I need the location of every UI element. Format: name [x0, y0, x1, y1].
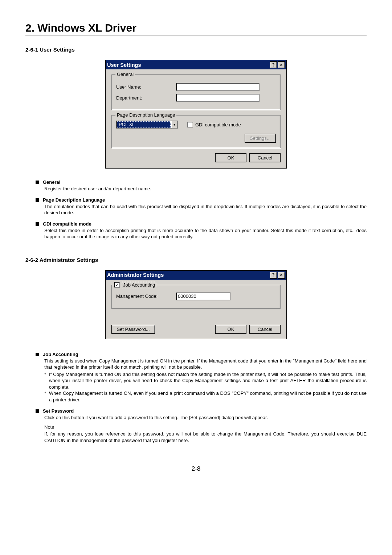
desc-title-pdl: Page Description Language — [43, 197, 105, 203]
desc-title-general: General — [43, 179, 60, 185]
section-heading-user-settings: 2-6-1 User Settings — [25, 46, 367, 53]
group-general: General User Name: Department: — [111, 74, 281, 110]
chevron-down-icon[interactable] — [171, 121, 177, 128]
user-settings-dialog: User Settings ? × General User Name: Dep… — [105, 60, 287, 169]
desc-title-set-password: Set Password — [43, 408, 74, 414]
user-settings-titlebar: User Settings ? × — [106, 60, 286, 69]
bullet-icon — [36, 222, 39, 226]
asterisk-icon: * — [44, 371, 46, 390]
label-department: Department: — [116, 95, 176, 101]
note-label: Note — [44, 424, 367, 430]
chapter-title: 2. Windows XL Driver — [25, 22, 367, 36]
user-name-input[interactable] — [176, 83, 260, 91]
group-pdl: Page Description Language PCL XL GDI com… — [111, 115, 281, 148]
desc-title-gdi: GDI compatible mode — [43, 221, 91, 227]
desc-title-job-accounting: Job Accounting — [43, 352, 78, 357]
settings-button[interactable]: Settings... — [245, 134, 276, 143]
label-user-name: User Name: — [116, 84, 176, 90]
cancel-button[interactable]: Cancel — [249, 153, 281, 162]
job-accounting-checkbox[interactable]: ✓ — [114, 282, 120, 288]
asterisk-item-1: If Copy Management is turned ON and this… — [49, 371, 367, 390]
bullet-icon — [36, 181, 39, 184]
cancel-button[interactable]: Cancel — [249, 325, 281, 334]
department-input[interactable] — [176, 94, 260, 102]
bullet-icon — [36, 198, 39, 202]
section-heading-admin-settings: 2-6-2 Administrator Settings — [25, 257, 367, 263]
ok-button[interactable]: OK — [215, 325, 246, 334]
group-job-accounting: ✓ Job Accounting Management Code: — [111, 285, 281, 309]
admin-settings-dialog: Administrator Settings ? × ✓ Job Account… — [105, 270, 287, 339]
dialog-title: Administrator Settings — [107, 272, 269, 278]
gdi-checkbox[interactable] — [187, 122, 193, 127]
label-gdi-mode: GDI compatible mode — [195, 122, 241, 127]
group-job-accounting-legend: ✓ Job Accounting — [114, 282, 156, 288]
note-body: If, for any reason, you lose reference t… — [44, 431, 367, 443]
asterisk-item-2: When Copy Management is turned ON, even … — [49, 390, 367, 403]
help-icon[interactable]: ? — [270, 61, 277, 68]
ok-button[interactable]: OK — [215, 153, 246, 162]
set-password-button[interactable]: Set Password... — [111, 325, 155, 334]
desc-body-pdl: The emulation modes that can be used wit… — [44, 203, 367, 216]
group-pdl-legend: Page Description Language — [115, 112, 176, 118]
dialog-title: User Settings — [107, 62, 269, 68]
mgmt-code-input[interactable] — [176, 292, 230, 300]
bullet-icon — [36, 353, 39, 356]
label-mgmt-code: Management Code: — [116, 293, 176, 299]
bullet-icon — [36, 409, 39, 413]
figure-admin-settings-dialog: Administrator Settings ? × ✓ Job Account… — [25, 270, 367, 339]
group-general-legend: General — [115, 72, 135, 77]
close-icon[interactable]: × — [278, 61, 285, 68]
figure-user-settings-dialog: User Settings ? × General User Name: Dep… — [25, 60, 367, 169]
help-icon[interactable]: ? — [270, 272, 277, 279]
pdl-dropdown[interactable]: PCL XL — [116, 121, 178, 129]
label-job-accounting: Job Accounting — [122, 282, 156, 288]
desc-body-general: Register the desired user and/or departm… — [44, 186, 367, 192]
asterisk-icon: * — [44, 390, 46, 403]
admin-settings-titlebar: Administrator Settings ? × — [106, 271, 286, 280]
desc-body-set-password: Click on this button if you want to add … — [44, 414, 367, 421]
pdl-dropdown-value: PCL XL — [117, 121, 171, 128]
desc-body-job-accounting: This setting is used when Copy Managemen… — [44, 358, 367, 370]
page-number: 2-8 — [25, 465, 367, 473]
desc-body-gdi: Select this mode in order to accomplish … — [44, 227, 367, 240]
close-icon[interactable]: × — [278, 272, 285, 279]
